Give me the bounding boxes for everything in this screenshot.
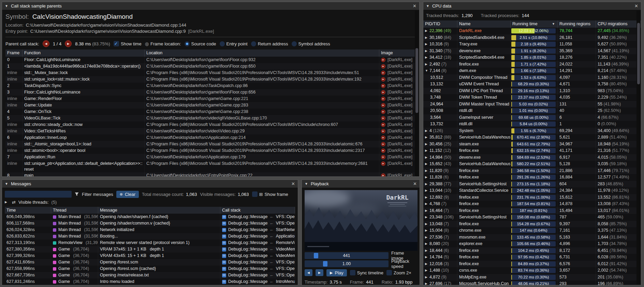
- cpu-row[interactable]: ▶29,388 (77)ServiceHub.SettingsHost273.1…: [423, 181, 641, 188]
- cpu-titlebar[interactable]: ▼ CPU data ✕: [423, 2, 641, 10]
- callstack-frame-row[interactable]: 3Floor::CalcLightNoLuminanceC:\Users\wol…: [5, 89, 416, 96]
- step-forward-button[interactable]: ▶: [316, 269, 323, 276]
- cpu-row[interactable]: ▶12,692 (9)firefox.exe231.76 ms (1.00%)1…: [423, 194, 641, 201]
- expand-arrow-icon[interactable]: ▶: [425, 128, 429, 134]
- message-callstack[interactable]: DebugLog::Message←VideoMemo: [220, 246, 295, 253]
- col-image[interactable]: Image: [379, 49, 416, 57]
- cpu-row[interactable]: ▶35,812 (88)ServiceHub.DataWarehouse670.…: [423, 134, 641, 141]
- expand-arrow-icon[interactable]: ▶: [425, 261, 429, 268]
- message-row[interactable]: 627,411,606nsGame (36,704)Opening /fores…: [5, 259, 295, 266]
- callstack-frame-row[interactable]: inlinestd::_Mutex_base::lockC:\Program F…: [5, 70, 416, 76]
- callstack-frame-row[interactable]: 7Application::RunC:\Users\wolf\Desktop\d…: [5, 154, 416, 160]
- expand-arrow-icon[interactable]: ▶: [425, 201, 429, 207]
- callstack-frame-row[interactable]: inlinestd::unique_lock<std::mutex>::lock…: [5, 76, 416, 83]
- callstack-icon[interactable]: [222, 241, 226, 245]
- cpu-row[interactable]: ▶4,768 (7)firefox.exe187.54 ms (0.81%)14…: [423, 201, 641, 207]
- cpu-row[interactable]: ▶10,316 (9)Tracy.exe2.18 s (9.45%)11,058…: [423, 41, 641, 48]
- message-row[interactable]: 627,380,356nsGame (36,704)VRAM 37x45: 13…: [5, 246, 295, 253]
- expand-arrow-icon[interactable]: ▶: [425, 28, 429, 34]
- message-row[interactable]: 627,313,190nsRemoteView (31,392)Remote v…: [5, 240, 295, 246]
- goto-frame-button[interactable]: ▶: [381, 161, 385, 166]
- goto-frame-button[interactable]: ▶: [381, 77, 385, 82]
- callstack-icon[interactable]: [222, 273, 226, 277]
- message-callstack[interactable]: DebugLog::Message←VFS::Open: [220, 214, 295, 220]
- expand-arrow-icon[interactable]: ▶: [425, 48, 429, 55]
- step-back-button[interactable]: ◀: [305, 269, 312, 276]
- col-running-time[interactable]: Running time ▼: [511, 20, 558, 28]
- expand-arrow-icon[interactable]: ▶: [425, 214, 429, 221]
- callstack-frame-row[interactable]: inlinestd::unique_ptr<Application,std::d…: [5, 160, 416, 172]
- goto-frame-button[interactable]: ▶: [381, 123, 385, 127]
- goto-frame-button[interactable]: ▶: [381, 135, 385, 140]
- expand-arrow-icon[interactable]: ▶: [425, 227, 429, 234]
- cpu-row[interactable]: ▶15,652 (43)ServiceHub.DataWarehouse580.…: [423, 161, 641, 168]
- scrollbar-thumb[interactable]: [637, 23, 640, 84]
- radio-source-code-dot[interactable]: [185, 41, 190, 46]
- message-callstack[interactable]: DebugLog::Message←StartNetwo: [220, 227, 295, 233]
- prev-parent-button[interactable]: ◀: [43, 40, 49, 47]
- callstack-icon[interactable]: [222, 260, 226, 264]
- filter-messages-label[interactable]: Filter messages: [82, 192, 113, 197]
- message-callstack[interactable]: DebugLog::Message←Application:: [220, 233, 295, 240]
- message-row[interactable]: 627,831,246nsGame (36,704)Intro menu loa…: [5, 278, 295, 285]
- cpu-scrollbar[interactable]: [636, 11, 641, 285]
- expand-arrow-icon[interactable]: ▶: [425, 34, 429, 41]
- goto-frame-button[interactable]: ▶: [381, 90, 385, 95]
- expand-arrow-icon[interactable]: ▶: [425, 207, 429, 214]
- cpu-row[interactable]: ▶13,044 (10)StandardCollector.Service242…: [423, 187, 641, 194]
- message-callstack[interactable]: DebugLog::Message←VFS::Open: [220, 259, 295, 266]
- callstack-icon[interactable]: [222, 280, 226, 284]
- goto-frame-button[interactable]: ▶: [381, 173, 385, 176]
- scrollbar-thumb[interactable]: [415, 48, 418, 113]
- goto-frame-button[interactable]: ▶: [381, 58, 385, 62]
- col-running-regions[interactable]: Running regions: [558, 20, 596, 28]
- close-icon[interactable]: ✕: [634, 3, 638, 9]
- callstack-scrollbar[interactable]: [415, 11, 419, 176]
- callstack-frame-row[interactable]: inlineVideo::GetTicksHiResC:\Users\wolf\…: [5, 128, 416, 134]
- expand-arrow-icon[interactable]: ▶: [425, 168, 429, 174]
- message-row[interactable]: 627,667,736nsGame (36,704)Opening /meta/…: [5, 272, 295, 278]
- cpu-row[interactable]: ▶11,152 (12)firefox.exe632.15 ms (2.74%)…: [423, 147, 641, 154]
- message-row[interactable]: 627,399,326nsGame (36,704)VRAM 43x45: 15…: [5, 253, 295, 259]
- cpu-row[interactable]: ▶22,396 (49)DarkRL.exe12.03 s (52.06%)78…: [423, 28, 641, 34]
- col-name[interactable]: Name: [457, 20, 511, 28]
- clear-button[interactable]: ⊗ Clear: [116, 191, 139, 198]
- expand-arrow-icon[interactable]: ▶: [425, 41, 429, 48]
- cpu-row[interactable]: ▶16,464 (7)firefox.exe187 ms (0.81%)15,4…: [423, 207, 641, 214]
- callstack-frame-row[interactable]: inlineGame::UpdateC:\Users\wolf\Desktop\…: [5, 102, 416, 109]
- cpu-row[interactable]: ▶30,160 (84)ScriptedSandbox64.exe2.51 s …: [423, 34, 641, 41]
- cpu-row[interactable]: ▶18,444 (6)firefox.exe104.2 ms (0.45%)8,…: [423, 247, 641, 254]
- message-callstack[interactable]: DebugLog::Message←IntroMenu::: [220, 278, 295, 285]
- sort-arrow-icon[interactable]: ▼: [552, 20, 556, 28]
- message-row[interactable]: 606,117,568nsMain thread (31,596)Opening…: [5, 220, 295, 227]
- zoom-2x-checkbox[interactable]: [386, 270, 392, 275]
- visible-threads-label[interactable]: Visible threads:: [18, 200, 49, 205]
- cpu-row[interactable]: ▶34,412 (18)ScriptedSandbox64.exe1.85 s …: [423, 54, 641, 61]
- cpu-row[interactable]: ▶15,004 (8)chrome.exe147 ms (0.64%)7,161…: [423, 227, 641, 234]
- expand-arrow-icon[interactable]: ▶: [425, 254, 429, 261]
- message-callstack[interactable]: DebugLog::Message←VFS::Open: [220, 272, 295, 278]
- expand-arrow-icon[interactable]: ▶: [425, 247, 429, 254]
- goto-frame-button[interactable]: ▶: [381, 129, 385, 133]
- collapse-icon[interactable]: ▼: [5, 4, 8, 8]
- close-icon[interactable]: ✕: [413, 181, 417, 186]
- radio-entry-point[interactable]: Entry point: [220, 41, 248, 46]
- callstack-frame-row[interactable]: 2TaskDispatch::SyncC:\Users\wolf\Desktop…: [5, 83, 416, 89]
- message-filter-input[interactable]: [5, 191, 72, 198]
- col-cpu-migrations[interactable]: CPU migrations: [596, 20, 641, 28]
- expand-arrow-icon[interactable]: ▶: [425, 141, 429, 148]
- goto-frame-button[interactable]: ▶: [381, 110, 385, 114]
- cpu-row[interactable]: 13,132uDWM Event Thread68.29 ms (0.30%)4…: [423, 81, 641, 88]
- callstack-icon[interactable]: [222, 228, 226, 232]
- radio-return-address-dot[interactable]: [251, 41, 256, 46]
- expand-arrow-icon[interactable]: ▶: [425, 274, 429, 281]
- show-frame-checkbox[interactable]: [252, 191, 258, 197]
- col-pid-tid[interactable]: PID/TID: [423, 20, 457, 28]
- callstack-frame-row[interactable]: inlinestd::chrono::steady_clock::nowC:\P…: [5, 121, 416, 128]
- next-parent-button[interactable]: ▶: [65, 40, 72, 47]
- callstack-frame-row[interactable]: 1<lambda_84a19dc444fae966ca174e83e708bdc…: [5, 63, 416, 70]
- collapse-icon[interactable]: ▼: [5, 182, 8, 186]
- cpu-row[interactable]: ▶31,340 (75)devenv.exe1.91 s (8.26%)35,3…: [423, 48, 641, 55]
- expand-arrow-icon[interactable]: ▶: [425, 281, 429, 285]
- cpu-row[interactable]: ▶4,872 (9)MsMpEng.exe70.22 ms (0.30%)573…: [423, 274, 641, 281]
